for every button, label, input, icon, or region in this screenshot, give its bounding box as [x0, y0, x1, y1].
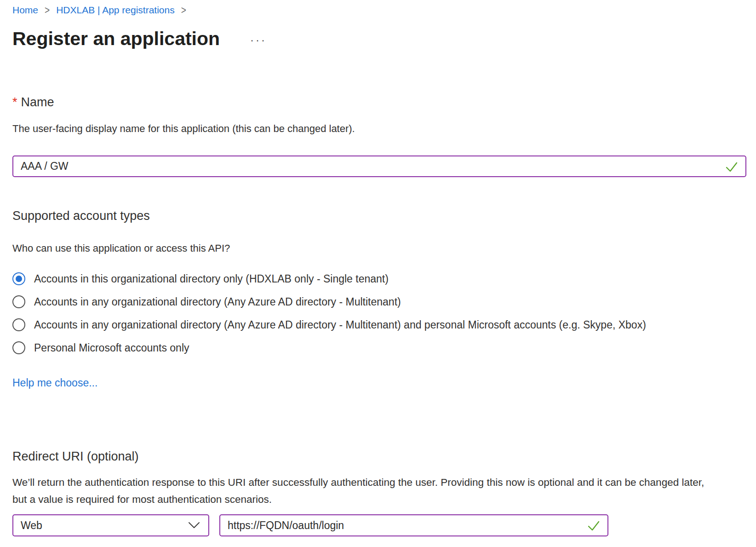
- breadcrumb: Home > HDXLAB | App registrations >: [12, 4, 744, 17]
- radio-unselected-icon: [12, 341, 25, 354]
- name-section-label: *Name: [12, 95, 744, 109]
- radio-option-label: Accounts in any organizational directory…: [34, 295, 401, 309]
- redirect-uri-row: Web: [12, 514, 744, 536]
- required-asterisk: *: [12, 95, 17, 109]
- more-options-button[interactable]: ···: [248, 33, 269, 47]
- radio-option-multitenant-personal[interactable]: Accounts in any organizational directory…: [12, 318, 744, 332]
- breadcrumb-separator-icon: >: [181, 2, 186, 18]
- breadcrumb-link-app-registrations[interactable]: HDXLAB | App registrations: [56, 4, 175, 17]
- platform-select[interactable]: Web: [12, 514, 209, 536]
- account-types-radio-group: Accounts in this organizational director…: [12, 272, 744, 355]
- radio-option-label: Accounts in this organizational director…: [34, 272, 389, 286]
- name-input-container: [12, 155, 746, 177]
- help-me-choose-link[interactable]: Help me choose...: [12, 377, 97, 389]
- radio-unselected-icon: [12, 295, 25, 308]
- register-application-page: Home > HDXLAB | App registrations > Regi…: [0, 0, 756, 536]
- radio-option-multitenant[interactable]: Accounts in any organizational directory…: [12, 295, 744, 309]
- redirect-uri-heading: Redirect URI (optional): [12, 449, 744, 464]
- redirect-uri-description: We’ll return the authentication response…: [12, 474, 721, 508]
- app-name-input[interactable]: [12, 155, 746, 177]
- redirect-uri-input[interactable]: [219, 514, 608, 536]
- radio-option-label: Personal Microsoft accounts only: [34, 341, 189, 355]
- radio-unselected-icon: [12, 318, 25, 331]
- radio-option-single-tenant[interactable]: Accounts in this organizational director…: [12, 272, 744, 286]
- radio-selected-icon: [12, 272, 25, 285]
- account-types-question: Who can use this application or access t…: [12, 242, 744, 255]
- title-row: Register an application ···: [12, 27, 744, 51]
- radio-option-label: Accounts in any organizational directory…: [34, 318, 646, 332]
- platform-select-value: Web: [21, 519, 42, 532]
- name-description: The user-facing display name for this ap…: [12, 122, 744, 136]
- redirect-uri-input-container: [219, 514, 608, 536]
- page-title: Register an application: [12, 27, 220, 51]
- supported-account-types-heading: Supported account types: [12, 208, 744, 223]
- name-label-text: Name: [21, 95, 54, 109]
- radio-option-personal-only[interactable]: Personal Microsoft accounts only: [12, 341, 744, 355]
- chevron-down-icon: [188, 522, 200, 529]
- breadcrumb-link-home[interactable]: Home: [12, 4, 38, 17]
- breadcrumb-separator-icon: >: [45, 2, 50, 18]
